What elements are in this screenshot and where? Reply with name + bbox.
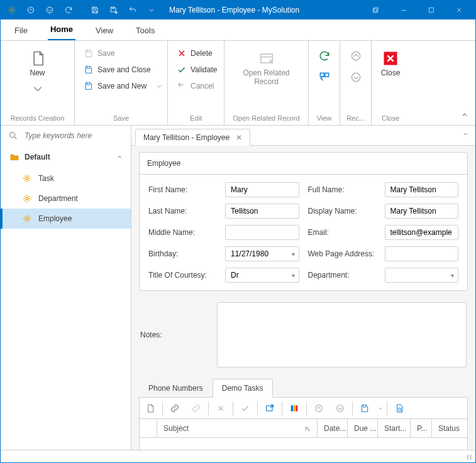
circle-down-icon[interactable] — [350, 71, 362, 84]
col-date[interactable]: Date... — [318, 419, 348, 437]
document-tab-bar: Mary Tellitson - Employee ✕ — [131, 126, 475, 146]
resize-grip-icon[interactable]: ⁞⁞ — [467, 453, 473, 462]
qat-dropdown-icon[interactable] — [143, 1, 160, 19]
first-name-label: First Name: — [148, 185, 216, 194]
open-record-icon[interactable] — [259, 398, 280, 419]
middle-name-field[interactable] — [225, 225, 299, 240]
first-name-field[interactable] — [225, 182, 299, 197]
close-record-button[interactable]: Close — [377, 45, 404, 83]
tab-view[interactable]: View — [93, 21, 116, 40]
close-button[interactable] — [445, 1, 473, 19]
cancel-button[interactable]: Cancel — [174, 80, 219, 92]
tasks-panel: Subject Date... Due ... Start... P... St… — [139, 397, 468, 450]
unlink-icon[interactable] — [185, 398, 207, 419]
full-name-field[interactable] — [385, 182, 459, 197]
department-field[interactable]: ▾ — [385, 268, 459, 283]
status-bar: ⁞⁞ — [1, 450, 475, 463]
svg-point-12 — [10, 133, 15, 138]
save-icon[interactable] — [86, 1, 104, 19]
save-and-close-button[interactable]: Save and Close — [81, 63, 167, 76]
search-input[interactable] — [23, 131, 123, 141]
col-due[interactable]: Due ... — [348, 419, 378, 437]
col-status[interactable]: Status — [432, 419, 467, 437]
notes-field[interactable] — [217, 302, 467, 368]
chevron-down-icon[interactable]: ▾ — [292, 272, 295, 279]
col-blank[interactable] — [140, 419, 157, 437]
undo-icon[interactable] — [124, 1, 141, 19]
new-button[interactable]: New — [10, 45, 65, 102]
nav-item-employee-label: Employee — [38, 214, 72, 223]
save-item-icon[interactable] — [354, 398, 375, 419]
save-button[interactable]: Save — [81, 47, 167, 60]
quick-access-toolbar — [3, 1, 160, 19]
preview-icon[interactable] — [389, 398, 410, 419]
window-overlap-icon[interactable] — [362, 1, 390, 19]
chevron-down-icon[interactable]: ▾ — [292, 251, 295, 258]
circle-up-icon[interactable] — [350, 50, 362, 62]
tab-demo-tasks[interactable]: Demo Tasks — [213, 379, 273, 398]
webpage-field[interactable] — [385, 246, 459, 261]
svg-point-0 — [11, 9, 14, 12]
prev-icon[interactable] — [308, 398, 329, 419]
display-name-field[interactable] — [385, 204, 459, 219]
tab-phone-numbers[interactable]: Phone Numbers — [139, 379, 213, 398]
svg-rect-3 — [374, 8, 378, 11]
refresh-icon[interactable] — [318, 50, 331, 62]
delete-button[interactable]: Delete — [174, 47, 219, 60]
employee-panel: Employee First Name: Full Name: Last Nam… — [139, 152, 468, 291]
ribbon: New Records Creation Save Save and Close… — [1, 41, 475, 126]
last-name-field[interactable] — [225, 204, 299, 219]
close-tab-icon[interactable]: ✕ — [236, 133, 242, 142]
columns-icon[interactable] — [284, 398, 305, 419]
gear-icon[interactable] — [3, 1, 21, 19]
save-close-icon[interactable] — [105, 1, 123, 19]
check-icon[interactable] — [235, 398, 256, 419]
col-subject[interactable]: Subject — [157, 419, 318, 437]
maximize-button[interactable] — [418, 1, 445, 19]
tab-tools[interactable]: Tools — [133, 21, 157, 40]
svg-point-22 — [399, 408, 401, 410]
save-and-new-button[interactable]: Save and New — [81, 80, 167, 92]
qat-circle-down-icon[interactable] — [41, 1, 58, 19]
tab-dropdown-icon[interactable] — [462, 130, 469, 139]
birthday-field[interactable]: ▾ — [225, 246, 299, 261]
document-tab[interactable]: Mary Tellitson - Employee ✕ — [135, 129, 250, 146]
tab-file[interactable]: File — [12, 21, 30, 40]
nav-group-default[interactable]: Default — [1, 146, 131, 168]
col-p[interactable]: P... — [411, 419, 432, 437]
svg-rect-19 — [296, 405, 298, 411]
nav-item-employee[interactable]: Employee — [1, 209, 131, 229]
svg-rect-17 — [291, 405, 293, 411]
content-area: Mary Tellitson - Employee ✕ Employee Fir… — [131, 126, 475, 450]
notes-label: Notes: — [140, 330, 208, 339]
title-bar: Mary Tellitson - Employee - MySolution — [1, 1, 475, 19]
nav-item-task[interactable]: Task — [1, 168, 131, 188]
group-view: View — [309, 111, 340, 125]
layout-icon[interactable] — [318, 71, 331, 84]
search-box[interactable] — [1, 126, 131, 146]
title-courtesy-field[interactable]: ▾ — [225, 268, 299, 283]
qat-circle-up-icon[interactable] — [22, 1, 40, 19]
col-start[interactable]: Start... — [378, 419, 411, 437]
validate-button[interactable]: Validate — [174, 63, 219, 76]
email-field[interactable] — [385, 225, 459, 240]
group-close: Close — [372, 111, 409, 125]
minimize-button[interactable] — [390, 1, 418, 19]
delete-item-icon[interactable] — [210, 398, 231, 419]
tab-home[interactable]: Home — [48, 19, 75, 40]
svg-point-20 — [316, 405, 323, 411]
nav-item-department[interactable]: Department — [1, 188, 131, 209]
new-item-icon[interactable] — [140, 398, 161, 419]
link-icon[interactable] — [164, 398, 185, 419]
group-save: Save — [75, 111, 167, 125]
title-courtesy-label: Title Of Courtesy: — [148, 271, 216, 280]
open-related-record-label: Open Related Record — [240, 69, 293, 87]
next-icon[interactable] — [329, 398, 351, 419]
chevron-down-icon[interactable]: ▾ — [451, 272, 454, 279]
ribbon-collapse-icon[interactable] — [460, 111, 469, 121]
open-related-record-button[interactable]: Open Related Record — [239, 45, 294, 92]
refresh-icon[interactable] — [60, 1, 77, 19]
sub-tabs: Phone Numbers Demo Tasks — [139, 379, 468, 398]
search-icon — [8, 131, 18, 141]
save-item-dropdown-icon[interactable] — [375, 398, 385, 419]
